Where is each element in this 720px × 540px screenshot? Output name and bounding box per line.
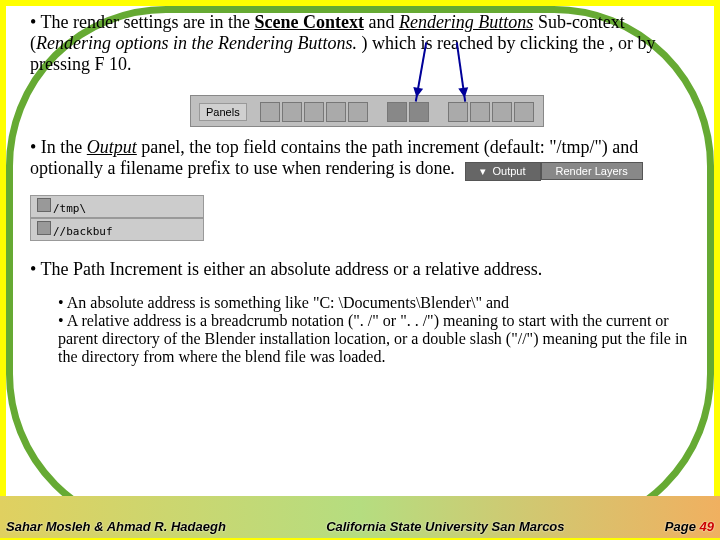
folder-icon: [37, 198, 51, 212]
panel-icon: [326, 102, 346, 122]
render-button-icon: [409, 102, 429, 122]
scene-button-icon: [387, 102, 407, 122]
footer: Sahar Mosleh & Ahmad R. Hadaegh Californ…: [0, 496, 720, 538]
render-layers-tab: Render Layers: [541, 162, 643, 180]
university: California State University San Marcos: [326, 519, 564, 534]
page-number: Page 49: [665, 519, 714, 534]
slide-content: • The render settings are in the Scene C…: [30, 12, 690, 366]
folder-icon: [37, 221, 51, 235]
authors: Sahar Mosleh & Ahmad R. Hadaegh: [6, 519, 226, 534]
sub-bullet-2: • A relative address is a breadcrumb not…: [58, 312, 690, 366]
sub-bullet-1: • An absolute address is something like …: [58, 294, 690, 312]
panel-icon: [304, 102, 324, 122]
bullet-2: • In the Output panel, the top field con…: [30, 137, 690, 181]
output-tab: ▾ Output: [465, 162, 540, 181]
panel-icon: [492, 102, 512, 122]
bullet-1: • The render settings are in the Scene C…: [30, 12, 690, 75]
panel-icon: [514, 102, 534, 122]
path-field-1: /tmp\: [30, 195, 204, 218]
panel-icon: [260, 102, 280, 122]
output-panel-screenshot: ▾ OutputRender Layers: [465, 159, 642, 181]
output-panel-term: Output: [87, 137, 137, 157]
panel-icon: [348, 102, 368, 122]
panel-icon: [448, 102, 468, 122]
blender-panels-screenshot: Panels: [190, 95, 544, 127]
scene-context-term: Scene Context: [254, 12, 363, 32]
bullet-3: • The Path Increment is either an absolu…: [30, 259, 690, 280]
panel-icon: [470, 102, 490, 122]
panels-label: Panels: [199, 103, 247, 121]
path-field-2: //backbuf: [30, 218, 204, 241]
rendering-buttons-term: Rendering Buttons: [399, 12, 533, 32]
panel-icon: [282, 102, 302, 122]
